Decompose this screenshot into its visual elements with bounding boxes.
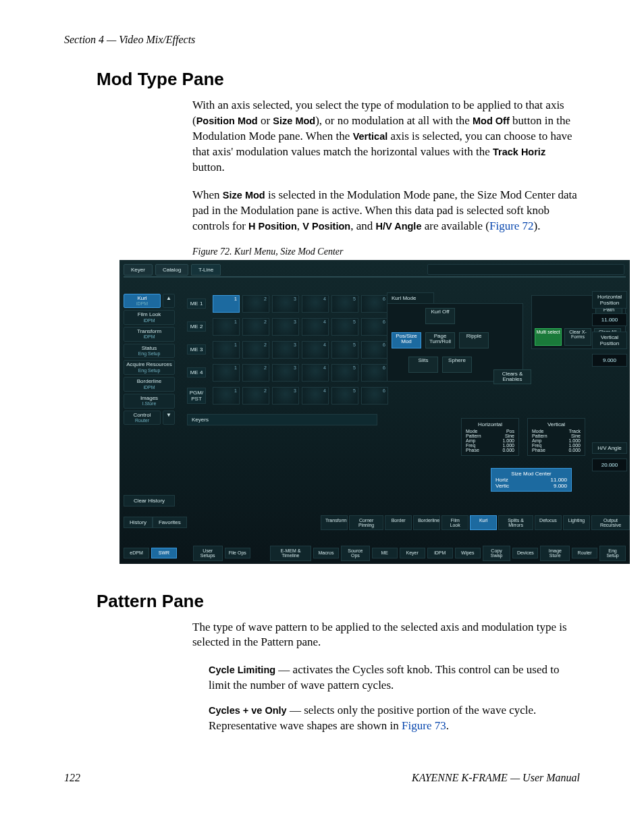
footbar-devices[interactable]: Devices <box>512 548 538 558</box>
nav-item-images[interactable]: ImagesI.Store <box>124 394 175 409</box>
effect-tab-corner-pinning[interactable]: Corner Pinning <box>349 515 383 531</box>
page-turn-button[interactable]: Page Turn/Roll <box>425 332 455 348</box>
effect-tab-borderline[interactable]: Borderline <box>413 515 440 531</box>
me-key-cell[interactable]: 5 <box>331 364 358 382</box>
me-key-cell[interactable]: 3 <box>272 318 299 336</box>
effect-tab-transform[interactable]: Transform <box>321 515 348 531</box>
horizontal-readout[interactable]: HorizontalModePosPatternSineAmp1.000Freq… <box>461 418 519 456</box>
tab-catalog[interactable]: Catalog <box>155 264 189 276</box>
keyers-row[interactable]: Keyers <box>187 414 377 425</box>
me-row-label: ME 1 <box>187 298 206 309</box>
footbar-edpm[interactable]: eDPM <box>124 548 149 558</box>
nav-scroll-down-icon[interactable]: ▼ <box>163 411 175 425</box>
clears-enables-button[interactable]: Clears & Enables <box>493 369 531 385</box>
footbar-router[interactable]: Router <box>572 548 597 558</box>
favorites-tab[interactable]: Favorites <box>153 517 187 528</box>
pos-size-mod-button[interactable]: Pos/Size Mod <box>392 332 421 348</box>
footbar-user-setups[interactable]: User Setups <box>193 546 223 561</box>
effect-category-tabs: TransformCorner PinningBorderBorderlineF… <box>321 515 630 531</box>
ripple-button[interactable]: Ripple <box>459 332 489 348</box>
footbar-e-mem-timeline[interactable]: E-MEM & Timeline <box>270 546 311 561</box>
me-key-cell[interactable]: 3 <box>272 387 299 405</box>
soft-knob-value[interactable]: 11.000 <box>592 313 627 326</box>
effect-tab-lighting[interactable]: Lighting <box>563 515 590 531</box>
nav-item-borderline[interactable]: BorderlineiDPM <box>124 377 175 392</box>
label: Horiz <box>495 477 508 483</box>
size-mod-center-pad[interactable]: Size Mod Center Horiz11.000 Vertic9.000 <box>491 468 572 492</box>
me-key-cell[interactable]: 5 <box>331 387 358 405</box>
effect-tab-kurl[interactable]: Kurl <box>470 515 497 531</box>
me-key-cell[interactable]: 2 <box>242 341 269 359</box>
me-key-cell[interactable]: 3 <box>272 295 299 313</box>
me-key-cell[interactable]: 2 <box>242 387 269 405</box>
clear-history-button[interactable]: Clear History <box>124 495 175 506</box>
bold: Size Mod <box>223 190 265 201</box>
bold: V Position <box>302 221 350 232</box>
multi-select-button[interactable]: Multi select <box>535 328 562 346</box>
footbar-image-store[interactable]: Image Store <box>540 546 570 561</box>
figure-link-72[interactable]: Figure 72 <box>489 219 534 232</box>
top-tabs: Keyer Catalog <box>124 264 188 276</box>
footbar-source-ops[interactable]: Source Ops <box>341 546 370 561</box>
me-key-cell[interactable]: 4 <box>302 341 329 359</box>
nav-item-film-look[interactable]: Film LookiDPM <box>124 310 175 325</box>
me-key-cell[interactable]: 3 <box>272 341 299 359</box>
figure-link-73[interactable]: Figure 73 <box>402 719 446 732</box>
nav-item-control[interactable]: ControlRouter <box>124 411 161 425</box>
me-key-cell[interactable]: 1 <box>213 295 240 313</box>
footbar-me[interactable]: ME <box>372 548 398 558</box>
nav-item-transform[interactable]: TransformiDPM <box>124 327 175 342</box>
me-key-cell[interactable]: 6 <box>361 387 388 405</box>
me-key-cell[interactable]: 5 <box>331 341 358 359</box>
history-tab[interactable]: History <box>124 517 153 528</box>
nav-item-acquire-resources[interactable]: Acquire ResourcesEng Setup <box>124 360 175 375</box>
effect-tab-film-look[interactable]: Film Look <box>441 515 468 531</box>
effect-tab-border[interactable]: Border <box>385 515 412 531</box>
nav-item-kurl[interactable]: KurliDPM <box>124 294 161 309</box>
me-key-cell[interactable]: 2 <box>242 364 269 382</box>
me-key-cell[interactable]: 6 <box>361 295 388 313</box>
slits-button[interactable]: Slits <box>408 357 438 373</box>
footbar-eng-setup[interactable]: Eng Setup <box>599 546 626 561</box>
bold: Position Mod <box>196 115 258 126</box>
footbar-idpm[interactable]: iDPM <box>427 548 453 558</box>
tab-keyer[interactable]: Keyer <box>124 264 153 276</box>
me-key-cell[interactable]: 4 <box>302 318 329 336</box>
me-key-cell[interactable]: 3 <box>272 364 299 382</box>
me-key-cell[interactable]: 2 <box>242 318 269 336</box>
me-key-cell[interactable]: 1 <box>213 364 240 382</box>
footbar-swr[interactable]: SWR <box>151 548 177 558</box>
me-key-cell[interactable]: 6 <box>361 318 388 336</box>
clear-xforms-button[interactable]: Clear X-Forms <box>564 328 591 346</box>
nav-item-status[interactable]: StatusEng Setup <box>124 344 175 359</box>
footbar-copy-swap[interactable]: Copy Swap <box>483 546 511 561</box>
kurl-off-button[interactable]: Kurl Off <box>425 308 455 324</box>
me-key-cell[interactable]: 5 <box>331 295 358 313</box>
tline-tab[interactable]: T-Line <box>191 264 221 276</box>
history-favorites-tabs: History Favorites <box>124 517 187 528</box>
me-key-cell[interactable]: 1 <box>213 387 240 405</box>
footbar-file-ops[interactable]: File Ops <box>225 548 250 558</box>
footbar-macros[interactable]: Macros <box>313 548 339 558</box>
effect-tab-splits-mirrors[interactable]: Splits & Mirrors <box>498 515 533 531</box>
sphere-button[interactable]: Sphere <box>442 357 472 373</box>
footbar-keyer[interactable]: Keyer <box>400 548 425 558</box>
size-mod-title: Size Mod Center <box>495 471 567 477</box>
vertical-readout[interactable]: VerticalModeTrackPatternSineAmp1.000Freq… <box>527 418 585 456</box>
effect-tab-defocus[interactable]: Defocus <box>535 515 562 531</box>
bold: H/V Angle <box>376 221 422 232</box>
me-key-cell[interactable]: 4 <box>302 387 329 405</box>
nav-scroll-up-icon[interactable]: ▲ <box>163 294 175 309</box>
me-key-cell[interactable]: 4 <box>302 295 329 313</box>
soft-knob-value[interactable]: 20.000 <box>592 459 627 471</box>
effect-tab-output-recursive[interactable]: Output Recursive <box>591 515 630 531</box>
me-key-cell[interactable]: 5 <box>331 318 358 336</box>
me-key-cell[interactable]: 2 <box>242 295 269 313</box>
me-key-cell[interactable]: 6 <box>361 364 388 382</box>
me-key-cell[interactable]: 1 <box>213 341 240 359</box>
footbar-wipes[interactable]: Wipes <box>455 548 481 558</box>
soft-knob-value[interactable]: 9.000 <box>592 354 627 367</box>
me-key-cell[interactable]: 4 <box>302 364 329 382</box>
me-key-cell[interactable]: 6 <box>361 341 388 359</box>
me-key-cell[interactable]: 1 <box>213 318 240 336</box>
